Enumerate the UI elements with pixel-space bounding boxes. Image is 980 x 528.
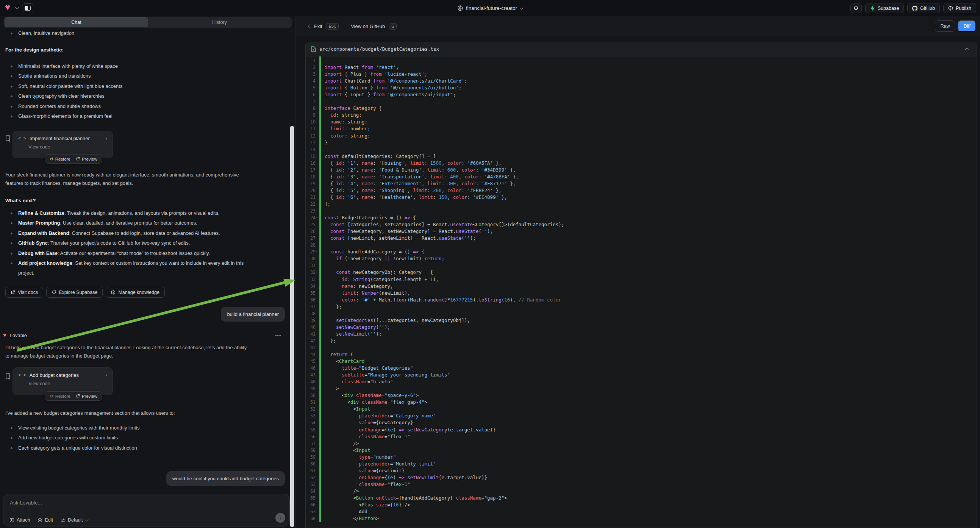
list-item: Master Prompting: Use clear, detailed, a… (5, 218, 248, 228)
code-line: 3import { Plus } from 'lucide-react'; (306, 71, 977, 78)
line-number: 16 (306, 160, 315, 167)
preview-button[interactable]: Preview (76, 157, 97, 161)
code-content[interactable]: 12import React from 'react';3import { Pl… (306, 56, 977, 522)
chevron-right-icon: › (105, 135, 107, 141)
attach-button[interactable]: Attach (10, 517, 30, 523)
file-added-icon (311, 46, 316, 52)
code-line: 13} (306, 139, 977, 146)
code-line: 67 Add (306, 508, 977, 515)
chat-bubble-icon (51, 290, 56, 295)
line-number: 65 (306, 495, 315, 501)
file-header[interactable]: src/components/budget/BudgetCategories.t… (306, 42, 977, 56)
tab-history[interactable]: History (148, 17, 291, 27)
visit-docs-button[interactable]: Visit docs (5, 287, 43, 298)
assistant-name: Lovable (10, 332, 27, 338)
line-number: 12 (306, 132, 315, 139)
panel-left-icon (25, 6, 31, 11)
project-switcher[interactable]: financial-future-creator (457, 0, 523, 16)
code-line: 8▾interface Category { (306, 105, 977, 112)
list-item: Each category gets a unique color for vi… (5, 443, 250, 453)
line-number: 51 (306, 399, 315, 406)
restore-button[interactable]: ↺Restore (49, 394, 70, 399)
line-number: 1 (306, 57, 315, 64)
chat-scrollbar[interactable] (290, 126, 294, 527)
line-number: 42 (306, 337, 315, 344)
edit-button[interactable]: Edit (38, 517, 53, 523)
github-button[interactable]: GitHub (907, 3, 940, 13)
code-line: 63 className="flex-1" (306, 481, 977, 488)
restore-button[interactable]: ↺Restore (49, 156, 70, 162)
list-item: Clean, intuitive navigation (5, 29, 250, 38)
bookmark-icon[interactable] (5, 373, 10, 380)
send-button[interactable]: ↑ (275, 513, 285, 523)
line-number: 35 (306, 290, 315, 297)
manage-knowledge-button[interactable]: Manage knowledge (106, 287, 164, 298)
code-line: 29▾ const handleAddCategory = () => { (306, 248, 977, 255)
line-number: 55 (306, 426, 315, 433)
line-number: 38 (306, 310, 315, 317)
code-line: 23 (306, 208, 977, 215)
settings-button[interactable]: ⚙ (850, 3, 862, 13)
workspace-chevron-down-icon[interactable] (15, 6, 19, 10)
diff-toggle-button[interactable]: Diff (958, 21, 976, 32)
lovable-logo-icon[interactable]: ♥ (5, 3, 10, 12)
code-line: 43 (306, 344, 977, 351)
sliders-icon (60, 518, 65, 523)
code-line: 21 { id: '6', name: 'Healthcare', limit:… (306, 194, 977, 201)
line-number: 20 (306, 187, 315, 194)
view-on-github-button[interactable]: View on GitHub (351, 24, 385, 29)
version-card-title: Add budget categories (30, 372, 79, 378)
bookmark-icon[interactable] (5, 135, 10, 142)
fold-chevron-icon[interactable]: ▾ (316, 215, 318, 221)
publish-button[interactable]: Publish (943, 3, 976, 13)
preview-button[interactable]: Preview (76, 394, 97, 398)
explore-supabase-button[interactable]: Explore Supabase (46, 287, 103, 298)
chat-history-tabs: Chat History (4, 17, 292, 28)
exit-button[interactable]: Exit (314, 24, 322, 29)
collapse-file-button[interactable] (962, 45, 971, 54)
code-line: 26 const [newCategory, setNewCategory] =… (306, 228, 977, 235)
code-line: 1 (306, 57, 977, 64)
chat-input[interactable]: Ask Lovable... Attach Edit Default ↑ (3, 494, 290, 526)
mode-selector[interactable]: Default (60, 517, 88, 523)
supabase-button[interactable]: Supabase (865, 3, 904, 13)
code-line: 18 { id: '3', name: 'Transportation', li… (306, 173, 977, 180)
code-line: 42 }; (306, 337, 977, 344)
code-line: 12 color: string; (306, 132, 977, 139)
line-number: 15 (306, 153, 315, 160)
list-item: Subtle animations and transitions (5, 71, 250, 81)
fold-chevron-icon[interactable]: ▾ (316, 248, 318, 255)
code-line: 20 { id: '5', name: 'Shopping', limit: 2… (306, 187, 977, 194)
list-item: Soft, neutral color palette with light b… (5, 81, 250, 91)
view-code-link[interactable]: View code (29, 144, 107, 149)
message-menu-icon[interactable]: ••• (275, 333, 282, 339)
line-number: 60 (306, 461, 315, 468)
line-number: 68 (306, 515, 315, 522)
added-summary-list: View existing budget categories with the… (5, 423, 250, 453)
line-number: 50 (306, 392, 315, 399)
code-line: 62 onChange={(e) => setNewLimit(e.target… (306, 474, 977, 481)
tab-chat[interactable]: Chat (5, 17, 148, 27)
toggle-sidebar-button[interactable] (22, 3, 33, 13)
view-code-link[interactable]: View code (29, 381, 107, 386)
line-number: 62 (306, 474, 315, 481)
line-number: 13 (306, 139, 315, 146)
line-number: 8 (306, 105, 315, 112)
gear-icon: ⚙ (853, 5, 858, 12)
fold-chevron-icon[interactable]: ▾ (316, 105, 318, 112)
chevron-down-icon (84, 518, 88, 522)
fold-chevron-icon[interactable]: ▾ (316, 153, 318, 160)
code-line: 51 <div className="flex gap-4"> (306, 399, 977, 406)
code-line: 47 subtitle="Manage your spending limits… (306, 372, 977, 379)
code-line: 40 setNewCategory(''); (306, 324, 977, 331)
line-number: 48 (306, 379, 315, 385)
arrow-up-icon: ↑ (279, 515, 282, 521)
code-line: 28 (306, 242, 977, 248)
list-item: Rounded corners and subtle shadows (5, 102, 250, 111)
code-line: 46 title="Budget Categories" (306, 365, 977, 372)
fold-chevron-icon[interactable]: ▾ (316, 269, 318, 276)
code-icon: < > (18, 372, 26, 378)
whats-next-heading: What's next? (5, 197, 250, 205)
line-number: 32 (306, 269, 315, 276)
raw-toggle-button[interactable]: Raw (935, 21, 955, 32)
